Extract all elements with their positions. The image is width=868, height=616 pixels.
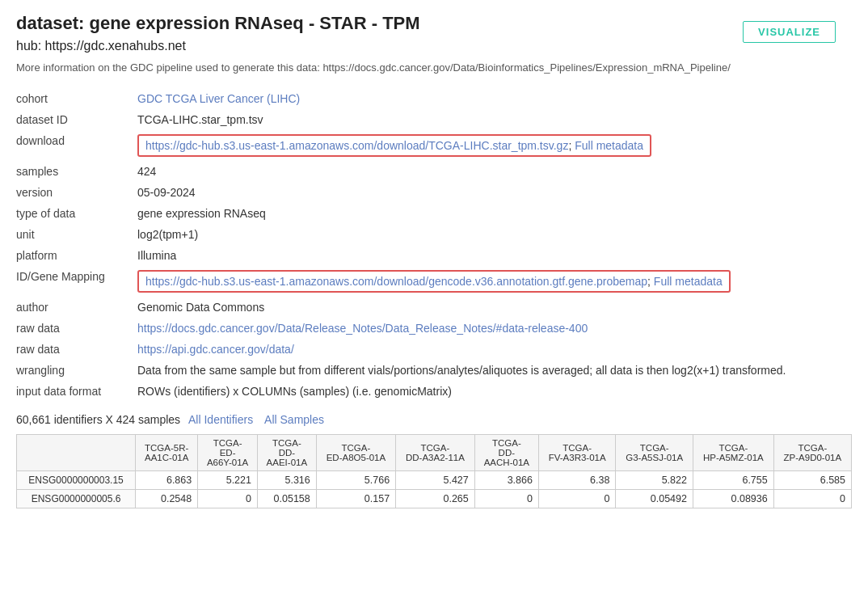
raw-data-link2[interactable]: https://api.gdc.cancer.gov/data/ <box>137 343 294 356</box>
input-format-label: input data format <box>16 381 137 402</box>
table-row: ENSG0000000005.60.254800.051580.1570.265… <box>17 490 852 508</box>
author-row: author Genomic Data Commons <box>16 297 852 318</box>
id-gene-link[interactable]: https://gdc-hub.s3.us-east-1.amazonaws.c… <box>145 275 647 288</box>
all-samples-link[interactable]: All Samples <box>264 413 324 426</box>
cell-0-2: 5.316 <box>257 471 316 490</box>
cell-1-7: 0.05492 <box>616 490 693 508</box>
table-header-col-2: TCGA-ED-A66Y-01A <box>198 435 258 471</box>
version-label: version <box>16 182 137 203</box>
cell-0-9: 6.585 <box>773 471 851 490</box>
cell-0-1: 5.221 <box>198 471 258 490</box>
download-cell: https://gdc-hub.s3.us-east-1.amazonaws.c… <box>137 130 852 161</box>
samples-value: 424 <box>137 161 852 182</box>
download-row: download https://gdc-hub.s3.us-east-1.am… <box>16 130 852 161</box>
id-gene-row: ID/Gene Mapping https://gdc-hub.s3.us-ea… <box>16 266 852 297</box>
raw-data-label2: raw data <box>16 339 137 360</box>
table-header-col-8: TCGA-G3-A5SJ-01A <box>616 435 693 471</box>
unit-row: unit log2(tpm+1) <box>16 224 852 245</box>
download-label: download <box>16 130 137 161</box>
samples-label: samples <box>16 161 137 182</box>
table-header-id <box>17 435 136 471</box>
page-header: dataset: gene expression RNAseq - STAR -… <box>16 13 852 34</box>
cell-1-3: 0.157 <box>316 490 395 508</box>
id-gene-boxed-link: https://gdc-hub.s3.us-east-1.amazonaws.c… <box>137 270 731 293</box>
cell-1-9: 0 <box>773 490 851 508</box>
type-of-data-value: gene expression RNAseq <box>137 203 852 224</box>
cell-1-1: 0 <box>198 490 258 508</box>
dataset-id-row: dataset ID TCGA-LIHC.star_tpm.tsv <box>16 109 852 130</box>
all-identifiers-link[interactable]: All Identifiers <box>188 413 253 426</box>
download-metadata-link[interactable]: Full metadata <box>575 139 643 152</box>
table-header-col-6: TCGA-DD-AACH-01A <box>474 435 538 471</box>
identifiers-line: 60,661 identifiers X 424 samples All Ide… <box>16 413 852 426</box>
table-header-col-1: TCGA-5R-AA1C-01A <box>136 435 198 471</box>
cell-1-0: 0.2548 <box>136 490 198 508</box>
wrangling-row: wrangling Data from the same sample but … <box>16 360 852 381</box>
table-row: ENSG0000000003.156.8635.2215.3165.7665.4… <box>17 471 852 490</box>
cell-1-2: 0.05158 <box>257 490 316 508</box>
info-line: More information on the GDC pipeline use… <box>16 61 852 74</box>
raw-data-cell2: https://api.gdc.cancer.gov/data/ <box>137 339 852 360</box>
raw-data-label1: raw data <box>16 318 137 339</box>
unit-value: log2(tpm+1) <box>137 224 852 245</box>
row-id-1: ENSG0000000005.6 <box>17 490 136 508</box>
raw-data-row2: raw data https://api.gdc.cancer.gov/data… <box>16 339 852 360</box>
type-of-data-row: type of data gene expression RNAseq <box>16 203 852 224</box>
table-header-col-10: TCGA-ZP-A9D0-01A <box>773 435 851 471</box>
wrangling-label: wrangling <box>16 360 137 381</box>
platform-row: platform Illumina <box>16 245 852 266</box>
download-boxed-link: https://gdc-hub.s3.us-east-1.amazonaws.c… <box>137 134 651 157</box>
cell-0-8: 6.755 <box>693 471 773 490</box>
table-header-col-4: TCGA-ED-A8O5-01A <box>316 435 395 471</box>
cell-1-5: 0 <box>474 490 538 508</box>
table-header-col-3: TCGA-DD-AAEI-01A <box>257 435 316 471</box>
author-label: author <box>16 297 137 318</box>
row-id-0: ENSG0000000003.15 <box>17 471 136 490</box>
platform-value: Illumina <box>137 245 852 266</box>
cell-0-0: 6.863 <box>136 471 198 490</box>
id-gene-label: ID/Gene Mapping <box>16 266 137 297</box>
dataset-id-value: TCGA-LIHC.star_tpm.tsv <box>137 109 852 130</box>
cell-0-6: 6.38 <box>538 471 616 490</box>
table-header-col-9: TCGA-HP-A5MZ-01A <box>693 435 773 471</box>
raw-data-link1[interactable]: https://docs.gdc.cancer.gov/Data/Release… <box>137 322 588 335</box>
table-header-col-5: TCGA-DD-A3A2-11A <box>396 435 475 471</box>
cell-1-4: 0.265 <box>396 490 475 508</box>
id-gene-separator: ; <box>647 275 654 288</box>
raw-data-cell1: https://docs.gdc.cancer.gov/Data/Release… <box>137 318 852 339</box>
type-of-data-label: type of data <box>16 203 137 224</box>
id-gene-metadata-link[interactable]: Full metadata <box>654 275 723 288</box>
version-row: version 05-09-2024 <box>16 182 852 203</box>
cohort-link[interactable]: GDC TCGA Liver Cancer (LIHC) <box>137 92 300 105</box>
wrangling-value: Data from the same sample but from diffe… <box>137 360 852 381</box>
id-gene-cell: https://gdc-hub.s3.us-east-1.amazonaws.c… <box>137 266 852 297</box>
cohort-label: cohort <box>16 88 137 109</box>
author-value: Genomic Data Commons <box>137 297 852 318</box>
identifiers-count: 60,661 identifiers X 424 samples <box>16 413 180 426</box>
input-format-value: ROWs (identifiers) x COLUMNs (samples) (… <box>137 381 852 402</box>
metadata-table: cohort GDC TCGA Liver Cancer (LIHC) data… <box>16 88 852 402</box>
cell-1-6: 0 <box>538 490 616 508</box>
platform-label: platform <box>16 245 137 266</box>
version-value: 05-09-2024 <box>137 182 852 203</box>
samples-row: samples 424 <box>16 161 852 182</box>
unit-label: unit <box>16 224 137 245</box>
cell-0-3: 5.766 <box>316 471 395 490</box>
download-link[interactable]: https://gdc-hub.s3.us-east-1.amazonaws.c… <box>145 139 568 152</box>
cell-0-7: 5.822 <box>616 471 693 490</box>
visualize-button[interactable]: VISUALIZE <box>743 21 836 43</box>
cell-0-4: 5.427 <box>396 471 475 490</box>
cohort-value: GDC TCGA Liver Cancer (LIHC) <box>137 88 852 109</box>
input-format-row: input data format ROWs (identifiers) x C… <box>16 381 852 402</box>
cohort-row: cohort GDC TCGA Liver Cancer (LIHC) <box>16 88 852 109</box>
table-header-col-7: TCGA-FV-A3R3-01A <box>538 435 616 471</box>
data-preview-table: TCGA-5R-AA1C-01ATCGA-ED-A66Y-01ATCGA-DD-… <box>16 434 852 508</box>
raw-data-row1: raw data https://docs.gdc.cancer.gov/Dat… <box>16 318 852 339</box>
dataset-id-label: dataset ID <box>16 109 137 130</box>
hub-line: hub: https://gdc.xenahubs.net <box>16 39 852 53</box>
cell-0-5: 3.866 <box>474 471 538 490</box>
cell-1-8: 0.08936 <box>693 490 773 508</box>
page-title: dataset: gene expression RNAseq - STAR -… <box>16 13 852 34</box>
